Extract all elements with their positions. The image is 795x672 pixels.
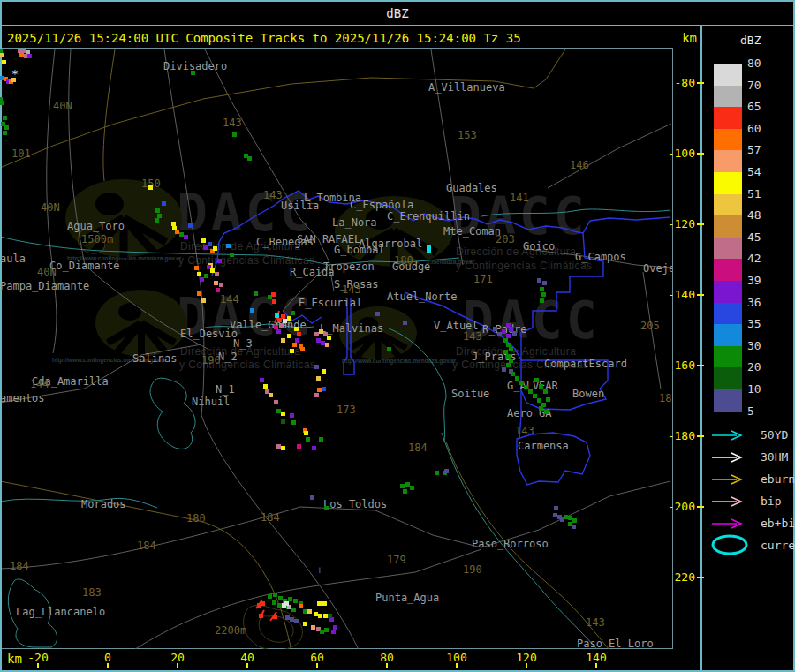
x-tick-mark (246, 663, 248, 668)
y-tick-mark (697, 435, 704, 437)
y-tick-label: -220 (658, 570, 695, 584)
y-tick-label: -200 (658, 500, 695, 513)
x-tick-label: 40 (228, 651, 267, 664)
x-tick-mark (177, 663, 178, 668)
x-tick-label: 80 (367, 651, 406, 664)
y-tick-mark (697, 506, 704, 508)
x-tick-label: 100 (437, 651, 476, 664)
x-tick-label: 20 (158, 651, 197, 664)
y-axis: -80-100-120-140-160-180-200-220 (0, 0, 795, 672)
y-tick-label: -80 (658, 76, 695, 89)
x-tick-label: 120 (507, 651, 546, 664)
x-tick-label: 140 (577, 651, 616, 664)
y-tick-mark (697, 223, 704, 225)
x-axis: km -20020406080100120140 (2, 649, 700, 670)
y-tick-label: -160 (658, 359, 695, 372)
x-tick-label: 0 (88, 651, 127, 664)
y-tick-mark (697, 153, 704, 155)
y-tick-label: -140 (658, 288, 695, 301)
x-tick-mark (386, 663, 388, 668)
x-tick-mark (526, 663, 527, 668)
x-tick-mark (107, 663, 109, 668)
x-tick-mark (316, 663, 318, 668)
y-tick-label: -180 (658, 429, 695, 442)
y-tick-mark (697, 577, 704, 578)
y-tick-mark (697, 294, 704, 296)
x-tick-mark (595, 663, 597, 668)
x-tick-mark (37, 663, 39, 668)
y-tick-label: -100 (658, 147, 695, 160)
x-tick-label: -20 (19, 651, 57, 664)
x-tick-mark (456, 663, 458, 668)
y-tick-mark (697, 82, 704, 84)
y-tick-mark (697, 365, 704, 366)
x-tick-label: 60 (298, 651, 337, 664)
y-tick-label: -120 (658, 217, 695, 230)
